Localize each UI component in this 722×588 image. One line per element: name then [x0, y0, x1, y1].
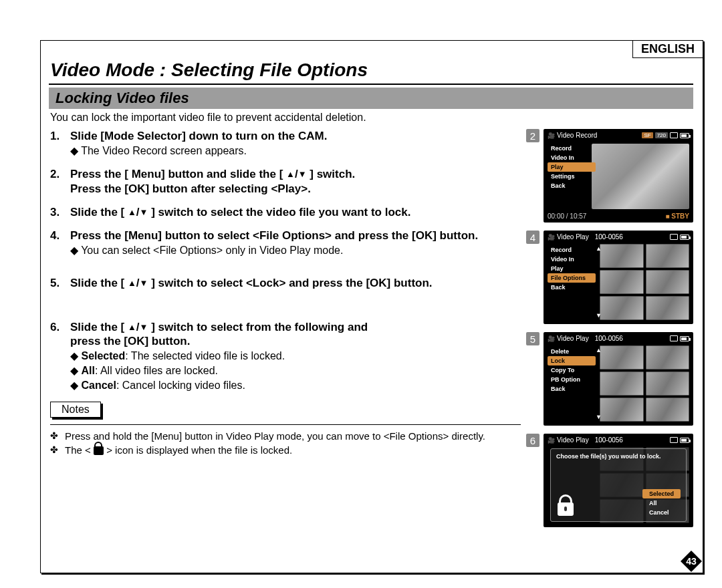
thumbnail[interactable]	[600, 296, 644, 320]
menu-item-video-in[interactable]: Video In	[548, 255, 596, 264]
step-2: 2. Press the [ Menu] button and slide th…	[50, 167, 521, 196]
steps-column: 1. Slide [Mode Selector] down to turn on…	[50, 129, 526, 527]
thumbnail[interactable]	[646, 345, 690, 370]
menu-item-play[interactable]: Play	[548, 264, 596, 273]
note-2: The < > icon is displayed when the file …	[50, 444, 521, 456]
lock-icon	[558, 502, 574, 516]
page-frame: ENGLISH Video Mode : Selecting File Opti…	[40, 40, 703, 573]
screen-5: Video Play 100-0056 ▲▼	[544, 332, 693, 426]
folder-label: 100-0056	[595, 436, 623, 444]
step-4: 4. Press the [Menu] button to select <Fi…	[50, 229, 521, 257]
triangle-up-icon: ▲	[286, 169, 295, 179]
screens-column: 2 Video Record SF 720 Record Video	[526, 129, 693, 527]
step-1: 1. Slide [Mode Selector] down to turn on…	[50, 129, 521, 158]
menu-list: Record Video In Play Settings Back	[548, 144, 596, 190]
menu-item-record[interactable]: Record	[548, 144, 596, 153]
thumbnail[interactable]	[646, 270, 690, 294]
thumbnail[interactable]	[600, 270, 644, 294]
menu-item-back[interactable]: Back	[548, 283, 596, 292]
menu-item-settings[interactable]: Settings	[548, 172, 596, 181]
screen-2-badge: 2	[526, 129, 539, 142]
triangle-up-icon: ▲	[128, 207, 136, 217]
thumbnail[interactable]	[646, 372, 690, 396]
screen-2-block: 2 Video Record SF 720 Record Video	[526, 129, 693, 223]
time-counter: 00:00 / 10:57	[548, 212, 586, 220]
page-title: Video Mode : Selecting File Options	[50, 59, 695, 81]
language-badge: ENGLISH	[632, 40, 703, 58]
page-number-badge: 43	[679, 549, 703, 573]
screen-6: Video Play 100-0056	[544, 434, 693, 527]
thumbnail[interactable]	[600, 345, 644, 370]
option-all[interactable]: All	[642, 498, 681, 508]
memory-card-icon	[670, 335, 678, 341]
triangle-down-icon: ▼	[140, 207, 148, 217]
menu-item-pb-option[interactable]: PB Option	[548, 375, 596, 384]
camera-icon	[548, 233, 555, 241]
menu-item-video-in[interactable]: Video In	[548, 153, 596, 162]
memory-card-icon	[670, 437, 678, 443]
lock-dialog: Choose the file(s) you would to lock. Se…	[550, 448, 687, 522]
triangle-up-icon: ▲	[128, 278, 136, 288]
camera-icon	[548, 436, 555, 444]
screen-2: Video Record SF 720 Record Video In Play…	[544, 129, 693, 223]
menu-item-back[interactable]: Back	[548, 384, 596, 394]
battery-icon	[680, 133, 689, 138]
menu-item-record[interactable]: Record	[548, 245, 596, 255]
triangle-down-icon: ▼	[140, 278, 148, 288]
menu-item-lock[interactable]: Lock	[548, 356, 596, 365]
scroll-arrows: ▲▼	[596, 245, 602, 319]
menu-item-copy-to[interactable]: Copy To	[548, 365, 596, 375]
screen-6-block: 6 Video Play 100-0056	[526, 434, 693, 527]
subtitle-bar: Locking Video files	[49, 88, 693, 109]
lock-icon	[94, 446, 104, 455]
dialog-prompt: Choose the file(s) you would to lock.	[556, 453, 681, 461]
screen-5-badge: 5	[526, 332, 539, 345]
triangle-down-icon: ▼	[140, 322, 148, 332]
triangle-down-icon: ▼	[298, 169, 307, 179]
camera-icon	[548, 335, 555, 342]
option-cancel[interactable]: Cancel	[642, 508, 681, 517]
camera-icon	[548, 132, 555, 139]
thumbnail-grid	[600, 244, 689, 320]
thumbnail[interactable]	[646, 244, 690, 268]
notes-label: Notes	[50, 402, 101, 418]
option-selected[interactable]: Selected	[642, 489, 681, 498]
intro-text: You can lock the important video file to…	[50, 112, 693, 124]
thumbnail[interactable]	[600, 244, 644, 268]
menu-item-play[interactable]: Play	[548, 162, 596, 172]
memory-card-icon	[670, 132, 678, 138]
menu-item-file-options[interactable]: File Options	[548, 273, 596, 283]
screen-4: Video Play 100-0056 ▲▼	[544, 231, 693, 324]
folder-label: 100-0056	[595, 233, 623, 241]
stby-label: ■ STBY	[666, 212, 690, 220]
thumbnail[interactable]	[646, 398, 690, 422]
screen-4-block: 4 Video Play 100-0056	[526, 231, 693, 324]
subtitle: Locking Video files	[55, 90, 189, 106]
step-5: 5. Slide the [ ▲/▼ ] switch to select <L…	[50, 276, 521, 290]
step-3: 3. Slide the [ ▲/▼ ] switch to select th…	[50, 205, 521, 219]
mode-label: Video Record	[557, 132, 597, 139]
scroll-arrows: ▲▼	[596, 347, 602, 420]
menu-item-back[interactable]: Back	[548, 181, 596, 190]
note-1: Press and hold the [Menu] button in Vide…	[50, 430, 521, 442]
menu-list: Record Video In Play File Options Back	[548, 245, 596, 292]
mode-label: Video Play	[557, 233, 589, 241]
step-6: 6. Slide the [ ▲/▼ ] switch to select fr…	[50, 320, 521, 393]
menu-item-delete[interactable]: Delete	[548, 347, 596, 356]
resolution-badge: 720	[655, 132, 668, 138]
folder-label: 100-0056	[595, 335, 623, 342]
preview-image	[592, 144, 689, 209]
notes-section: Notes Press and hold the [Menu] button i…	[50, 402, 521, 456]
screen-4-badge: 4	[526, 231, 539, 244]
battery-icon	[680, 438, 689, 443]
menu-list: Delete Lock Copy To PB Option Back	[548, 347, 596, 394]
thumbnail[interactable]	[646, 296, 690, 320]
thumbnail-grid	[600, 345, 689, 422]
sf-badge: SF	[642, 132, 652, 138]
memory-card-icon	[670, 234, 678, 240]
battery-icon	[680, 235, 689, 240]
thumbnail[interactable]	[600, 398, 644, 422]
thumbnail[interactable]	[600, 372, 644, 396]
battery-icon	[680, 336, 689, 341]
screen-6-badge: 6	[526, 434, 539, 447]
